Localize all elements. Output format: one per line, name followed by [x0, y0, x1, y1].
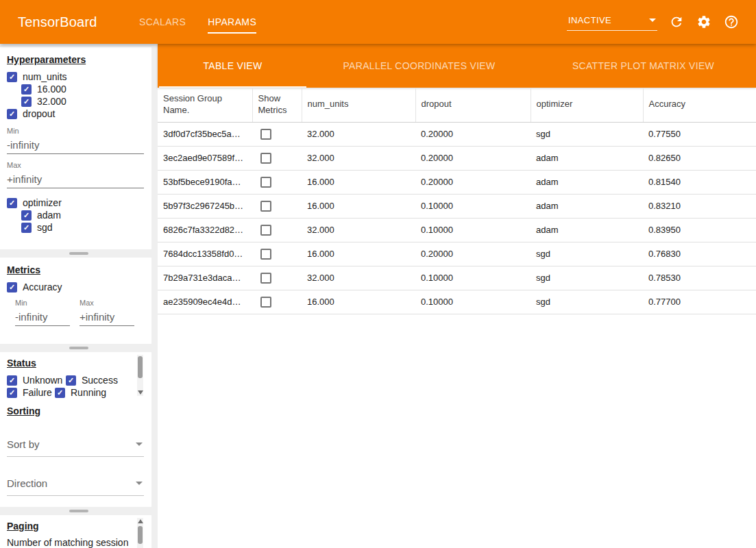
show-metrics-checkbox[interactable]	[260, 225, 271, 236]
num-units-label: num_units	[23, 71, 67, 82]
col-header-optimizer: optimizer	[531, 88, 643, 122]
col-header-accuracy: Accuracy	[643, 88, 756, 122]
status-failure-checkbox[interactable]: ✓	[7, 388, 17, 398]
table-row: 7b29a731e3daca… 32.000 0.10000 sgd 0.785…	[158, 266, 756, 290]
num-units-value: 16.000	[302, 194, 415, 218]
accuracy-max-input[interactable]	[80, 311, 134, 326]
dropout-value: 0.20000	[415, 170, 531, 194]
reload-status-value: INACTIVE	[568, 15, 611, 25]
scroll-down-icon[interactable]	[138, 390, 143, 395]
col-header-session-group-name: Session Group Name.	[158, 88, 252, 122]
tab-scatter-plot-matrix-view[interactable]: SCATTER PLOT MATRIX VIEW	[531, 44, 756, 88]
accuracy-value: 0.76830	[643, 242, 756, 266]
paging-scrollbar[interactable]	[137, 518, 143, 548]
direction-dropdown[interactable]: Direction	[7, 476, 144, 496]
num-units-16-label: 16.000	[37, 84, 66, 95]
tab-parallel-coordinates-view[interactable]: PARALLEL COORDINATES VIEW	[308, 44, 531, 88]
accuracy-value: 0.77700	[643, 290, 756, 314]
show-metrics-checkbox[interactable]	[260, 297, 271, 308]
dropout-value: 0.20000	[415, 122, 531, 146]
status-unknown-label: Unknown	[23, 375, 62, 386]
tab-table-view[interactable]: TABLE VIEW	[158, 44, 308, 88]
check-icon: ✓	[9, 110, 15, 118]
num-units-16-checkbox[interactable]: ✓	[21, 84, 32, 95]
optimizer-sgd-checkbox[interactable]: ✓	[21, 223, 32, 233]
panel-gap	[0, 507, 158, 515]
accuracy-min-input[interactable]	[15, 311, 70, 326]
dropout-value: 0.20000	[415, 242, 531, 266]
tab-scalars[interactable]: SCALARS	[128, 0, 197, 44]
optimizer-value: sgd	[531, 266, 643, 290]
table-row: 6826c7fa3322d82… 32.000 0.10000 adam 0.8…	[158, 218, 756, 242]
accuracy-checkbox[interactable]: ✓	[7, 282, 17, 292]
main-nav: SCALARS HPARAMS	[128, 0, 267, 44]
optimizer-value: adam	[531, 146, 643, 170]
resize-handle[interactable]	[69, 252, 88, 255]
accuracy-max-label: Max	[80, 299, 134, 307]
resize-handle[interactable]	[69, 347, 88, 349]
status-unknown-checkbox[interactable]: ✓	[7, 375, 17, 386]
paging-panel: Paging Number of matching session groups…	[0, 515, 151, 548]
check-icon: ✓	[57, 389, 63, 397]
dropout-min-label: Min	[7, 127, 145, 135]
dropout-min-input[interactable]	[7, 139, 144, 154]
dropout-value: 0.10000	[415, 218, 531, 242]
dropout-checkbox[interactable]: ✓	[7, 109, 17, 119]
tab-hparams[interactable]: HPARAMS	[197, 0, 267, 44]
show-metrics-checkbox[interactable]	[260, 153, 271, 164]
show-metrics-checkbox[interactable]	[260, 273, 271, 284]
scrollbar-thumb[interactable]	[138, 356, 143, 378]
num-units-value: 16.000	[302, 170, 415, 194]
resize-handle[interactable]	[69, 510, 88, 512]
accuracy-value: 0.77550	[643, 122, 756, 146]
metrics-panel: Metrics ✓ Accuracy Min Max	[0, 258, 151, 344]
check-icon: ✓	[23, 212, 29, 219]
show-metrics-checkbox[interactable]	[260, 249, 271, 260]
accuracy-min-label: Min	[15, 299, 70, 307]
metrics-heading: Metrics	[7, 264, 145, 275]
show-metrics-checkbox[interactable]	[260, 129, 271, 140]
settings-button[interactable]	[690, 8, 718, 36]
check-icon: ✓	[9, 284, 15, 291]
scrollbar-thumb[interactable]	[138, 526, 143, 544]
optimizer-adam-label: adam	[37, 210, 61, 221]
hyperparameters-heading: Hyperparameters	[7, 54, 145, 65]
status-scroll-area: Status ✓ Unknown ✓ Success ✓ Failure ✓ R…	[0, 352, 151, 399]
optimizer-value: adam	[531, 170, 643, 194]
refresh-button[interactable]	[663, 8, 690, 36]
optimizer-checkbox[interactable]: ✓	[7, 198, 17, 208]
settings-icon	[696, 14, 711, 29]
main-content: TABLE VIEW PARALLEL COORDINATES VIEW SCA…	[158, 44, 756, 548]
col-header-num-units: num_units	[302, 88, 415, 122]
help-button[interactable]	[718, 8, 745, 36]
status-failure-label: Failure	[23, 387, 52, 398]
hyperparameters-panel: Hyperparameters ✓ num_units ✓ 16.000 ✓ 3…	[0, 47, 151, 249]
session-group-name: ae235909ec4e4d…	[158, 290, 252, 314]
num-units-value: 32.000	[302, 146, 415, 170]
num-units-value: 32.000	[302, 266, 415, 290]
status-success-checkbox[interactable]: ✓	[66, 375, 76, 386]
status-running-label: Running	[71, 387, 106, 398]
show-metrics-checkbox[interactable]	[260, 201, 271, 212]
help-icon	[724, 14, 739, 29]
sort-by-dropdown[interactable]: Sort by	[7, 437, 144, 457]
check-icon: ✓	[9, 389, 15, 397]
accuracy-label: Accuracy	[23, 282, 62, 292]
show-metrics-checkbox[interactable]	[260, 177, 271, 188]
num-units-checkbox[interactable]: ✓	[7, 72, 17, 82]
num-units-value: 16.000	[302, 290, 415, 314]
scroll-up-icon[interactable]	[138, 519, 143, 523]
session-group-name: 6826c7fa3322d82…	[158, 218, 252, 242]
check-icon: ✓	[9, 377, 15, 384]
dropout-max-input[interactable]	[7, 173, 144, 188]
num-units-32-checkbox[interactable]: ✓	[21, 97, 32, 107]
status-options: ✓ Unknown ✓ Success ✓ Failure ✓ Running	[7, 374, 135, 399]
optimizer-sgd-label: sgd	[37, 222, 53, 233]
optimizer-adam-checkbox[interactable]: ✓	[21, 210, 32, 221]
status-scrollbar[interactable]	[137, 355, 143, 396]
col-header-dropout: dropout	[415, 88, 531, 122]
reload-status-dropdown[interactable]: INACTIVE	[567, 14, 657, 31]
status-running-checkbox[interactable]: ✓	[55, 388, 65, 398]
num-units-32-label: 32.000	[37, 96, 66, 107]
num-units-value: 32.000	[302, 122, 415, 146]
